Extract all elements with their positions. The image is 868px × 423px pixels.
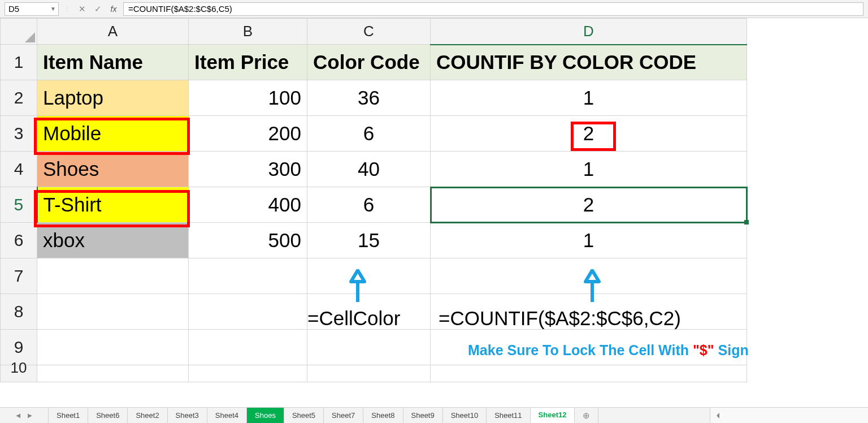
tab-sheet10[interactable]: Sheet10 xyxy=(443,408,487,423)
row-header-10[interactable]: 10 xyxy=(1,365,37,382)
separator: ⋮ xyxy=(62,6,72,12)
row-header-5[interactable]: 5 xyxy=(1,187,37,223)
table-row: 6 xbox 500 15 1 xyxy=(1,223,747,258)
cell-A5[interactable]: T-Shirt xyxy=(37,187,189,223)
col-header-A[interactable]: A xyxy=(37,19,189,45)
cell-C6[interactable]: 15 xyxy=(307,223,431,258)
cell-D10[interactable] xyxy=(431,365,747,382)
cell-A8[interactable] xyxy=(37,294,189,330)
tab-sheet12-active[interactable]: Sheet12 xyxy=(531,408,575,423)
sheet-tab-strip: ◄ ► Sheet1 Sheet6 Sheet2 Sheet3 Sheet4 S… xyxy=(0,407,868,423)
cell-D7[interactable] xyxy=(431,258,747,294)
col-header-B[interactable]: B xyxy=(189,19,307,45)
tab-sheet9[interactable]: Sheet9 xyxy=(403,408,443,423)
row-header-8[interactable]: 8 xyxy=(1,294,37,330)
cell-C3[interactable]: 6 xyxy=(307,116,431,152)
cell-B4[interactable]: 300 xyxy=(189,152,307,187)
dropdown-icon[interactable]: ▼ xyxy=(50,6,56,12)
cell-B7[interactable] xyxy=(189,258,307,294)
formula-input[interactable]: =COUNTIF($A$2:$C$6,C5) xyxy=(123,2,863,16)
cell-C4[interactable]: 40 xyxy=(307,152,431,187)
cell-C2[interactable]: 36 xyxy=(307,80,431,116)
name-box[interactable]: D5 ▼ xyxy=(5,2,59,16)
cell-A4[interactable]: Shoes xyxy=(37,152,189,187)
cell-B3[interactable]: 200 xyxy=(189,116,307,152)
cell-A2[interactable]: Laptop xyxy=(37,80,189,116)
cell-B2[interactable]: 100 xyxy=(189,80,307,116)
table-row: 5 T-Shirt 400 6 2 xyxy=(1,187,747,223)
cell-C9[interactable] xyxy=(307,330,431,365)
cell-A9[interactable] xyxy=(37,330,189,365)
cell-B6[interactable]: 500 xyxy=(189,223,307,258)
cell-D4[interactable]: 1 xyxy=(431,152,747,187)
tab-sheet5[interactable]: Sheet5 xyxy=(284,408,324,423)
cell-D5-selected[interactable]: 2 xyxy=(431,187,747,223)
fx-icon[interactable]: fx xyxy=(107,3,120,15)
cell-B8[interactable] xyxy=(189,294,307,330)
cell-A7[interactable] xyxy=(37,258,189,294)
tab-sheet1[interactable]: Sheet1 xyxy=(49,408,88,423)
tab-sheet6[interactable]: Sheet6 xyxy=(88,408,128,423)
row-header-3[interactable]: 3 xyxy=(1,116,37,152)
tab-sheet4[interactable]: Sheet4 xyxy=(207,408,247,423)
tab-scrollbar[interactable] xyxy=(710,408,868,423)
cell-A10[interactable] xyxy=(37,365,189,382)
table-row: 2 Laptop 100 36 1 xyxy=(1,80,747,116)
tab-sheet3[interactable]: Sheet3 xyxy=(168,408,207,423)
row-header-6[interactable]: 6 xyxy=(1,223,37,258)
cell-C8[interactable] xyxy=(307,294,431,330)
cell-C7[interactable] xyxy=(307,258,431,294)
cell-B5[interactable]: 400 xyxy=(189,187,307,223)
col-header-D[interactable]: D xyxy=(431,19,747,45)
cell-C5[interactable]: 6 xyxy=(307,187,431,223)
cell-B10[interactable] xyxy=(189,365,307,382)
table-row: 4 Shoes 300 40 1 xyxy=(1,152,747,187)
cell-A6[interactable]: xbox xyxy=(37,223,189,258)
row-header-7[interactable]: 7 xyxy=(1,258,37,294)
cell-A3[interactable]: Mobile xyxy=(37,116,189,152)
cell-D9[interactable] xyxy=(431,330,747,365)
row-header-2[interactable]: 2 xyxy=(1,80,37,116)
spreadsheet-grid[interactable]: A B C D 1 Item Name Item Price Color Cod… xyxy=(0,18,868,403)
header-item-price[interactable]: Item Price xyxy=(189,45,307,80)
name-box-value: D5 xyxy=(8,4,19,14)
header-color-code[interactable]: Color Code xyxy=(307,45,431,80)
col-header-C[interactable]: C xyxy=(307,19,431,45)
tab-shoes[interactable]: Shoes xyxy=(247,408,284,423)
row-header-1[interactable]: 1 xyxy=(1,45,37,80)
tab-sheet11[interactable]: Sheet11 xyxy=(487,408,530,423)
tab-sheet7[interactable]: Sheet7 xyxy=(324,408,363,423)
cell-D8[interactable] xyxy=(431,294,747,330)
formula-bar: D5 ▼ ⋮ ✕ ✓ fx =COUNTIF($A$2:$C$6,C5) xyxy=(0,0,868,18)
new-sheet-button[interactable]: ⊕ xyxy=(575,408,598,423)
accept-icon[interactable]: ✓ xyxy=(92,3,104,15)
tab-nav[interactable]: ◄ ► xyxy=(0,408,49,423)
select-all-corner[interactable] xyxy=(1,19,37,45)
formula-text: =COUNTIF($A$2:$C$6,C5) xyxy=(128,4,232,14)
header-countif[interactable]: COUNTIF BY COLOR CODE xyxy=(431,45,747,80)
cell-D6[interactable]: 1 xyxy=(431,223,747,258)
tab-sheet2[interactable]: Sheet2 xyxy=(128,408,167,423)
tab-sheet8[interactable]: Sheet8 xyxy=(363,408,403,423)
tab-nav-next-icon[interactable]: ► xyxy=(27,411,34,420)
cell-C10[interactable] xyxy=(307,365,431,382)
cancel-icon[interactable]: ✕ xyxy=(76,3,88,15)
row-header-4[interactable]: 4 xyxy=(1,152,37,187)
header-item-name[interactable]: Item Name xyxy=(37,45,189,80)
cell-D3[interactable]: 2 xyxy=(431,116,747,152)
tab-nav-prev-icon[interactable]: ◄ xyxy=(15,411,22,420)
cell-B9[interactable] xyxy=(189,330,307,365)
table-row: 3 Mobile 200 6 2 xyxy=(1,116,747,152)
cell-D2[interactable]: 1 xyxy=(431,80,747,116)
